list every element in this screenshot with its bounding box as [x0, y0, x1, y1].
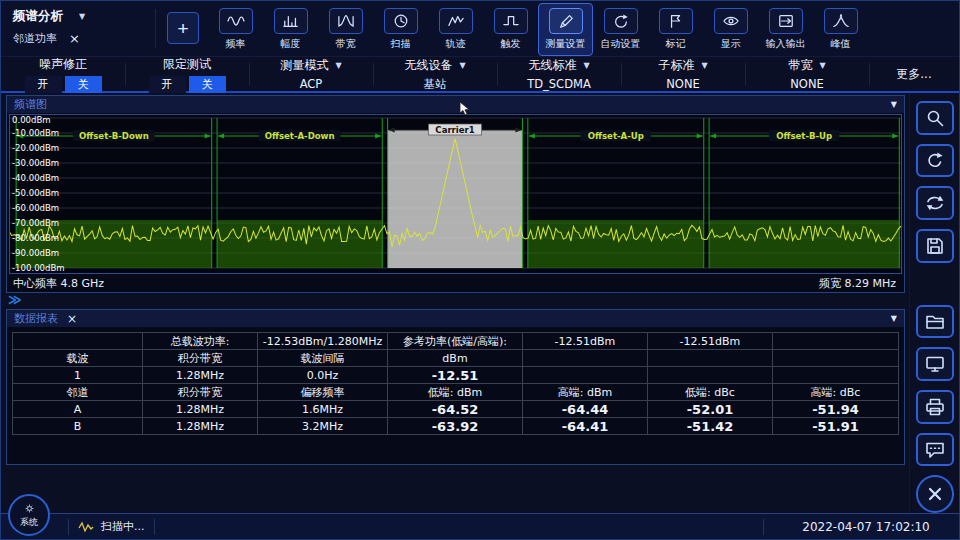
- center-frequency-label: 中心频率 4.8 GHz: [13, 276, 104, 291]
- add-tab-button[interactable]: +: [167, 12, 199, 44]
- redo-icon: [924, 151, 946, 171]
- chevron-down-icon: ▼: [583, 61, 589, 70]
- tab-close-icon[interactable]: ×: [69, 32, 80, 45]
- report-collapse-icon[interactable]: ▼: [891, 314, 897, 323]
- trigger-icon: [501, 13, 521, 29]
- noise-correction-on-button[interactable]: 开: [25, 76, 62, 93]
- report-cell: -12.51: [387, 367, 522, 384]
- panel-expander[interactable]: ≫: [6, 293, 905, 309]
- folder-icon: [924, 312, 946, 332]
- amplitude-icon-box: [274, 8, 308, 34]
- setting-label: 限定测试: [163, 56, 211, 73]
- toolbar-button-display[interactable]: 显示: [703, 3, 758, 56]
- toolbar-button-label: 峰值: [831, 37, 851, 51]
- report-cell: [522, 350, 647, 367]
- setting-bandwidth[interactable]: 带宽▼NONE: [745, 57, 869, 91]
- system-button[interactable]: 系统: [8, 494, 50, 536]
- redo-button[interactable]: [916, 144, 954, 178]
- marker-icon: [666, 13, 686, 29]
- app-window: 频谱分析 ▼ 邻道功率 × + 频率幅度带宽扫描轨迹触发测量设置自动设置标记显示…: [0, 0, 960, 540]
- setting-limit-test: 限定测试 开 关: [125, 57, 249, 91]
- report-cell: A: [13, 401, 143, 418]
- divider: [763, 519, 764, 535]
- print-icon: [924, 397, 946, 417]
- limit-test-off-button[interactable]: 关: [189, 76, 226, 93]
- measure-settings-icon-box: [549, 8, 583, 34]
- save-icon: [924, 236, 946, 256]
- peak-icon-box: [824, 8, 858, 34]
- report-cell: [772, 367, 898, 384]
- print-button[interactable]: [916, 390, 954, 424]
- setting-wireless-standard[interactable]: 无线标准▼TD_SCDMA: [497, 57, 621, 91]
- report-cell: -64.52: [387, 401, 522, 418]
- spectrum-panel: 频谱图 ▼ Offset-B-DownOffset-A-DownCarrier1…: [6, 95, 905, 293]
- report-cell: 1.6MHz: [257, 401, 387, 418]
- frequency-icon-box: [219, 8, 253, 34]
- svg-text:Offset-B-Up: Offset-B-Up: [776, 131, 832, 141]
- display-icon: [721, 13, 741, 29]
- more-settings-button[interactable]: 更多...: [869, 57, 959, 91]
- setting-noise-correction: 噪声修正 开 关: [1, 57, 125, 91]
- limit-test-on-button[interactable]: 开: [149, 76, 186, 93]
- svg-text:-30.00dBm: -30.00dBm: [12, 158, 59, 168]
- report-cell: -51.94: [772, 401, 898, 418]
- toolbar-button-peak[interactable]: 峰值: [813, 3, 868, 56]
- setting-value: ACP: [300, 77, 323, 91]
- toolbar-button-measure-settings[interactable]: 测量设置: [538, 3, 593, 56]
- svg-text:-60.00dBm: -60.00dBm: [12, 203, 59, 213]
- magnifier-button[interactable]: [916, 101, 954, 135]
- measurement-tab[interactable]: 频谱分析 ▼ 邻道功率 ×: [3, 1, 153, 56]
- report-cell: 0.0Hz: [257, 367, 387, 384]
- toolbar-button-marker[interactable]: 标记: [648, 3, 703, 56]
- mode-dropdown-caret-icon[interactable]: ▼: [79, 12, 85, 21]
- svg-text:-90.00dBm: -90.00dBm: [12, 248, 59, 258]
- toolbar-button-frequency[interactable]: 频率: [208, 3, 263, 56]
- auto-settings-icon-box: [604, 8, 638, 34]
- spectrum-chart[interactable]: Offset-B-DownOffset-A-DownCarrier1Offset…: [9, 114, 902, 274]
- toolbar-button-io[interactable]: 输入输出: [758, 3, 813, 56]
- svg-text:Offset-A-Up: Offset-A-Up: [588, 131, 644, 141]
- sync-button[interactable]: [916, 186, 954, 220]
- message-button[interactable]: [916, 433, 954, 467]
- report-cell: -63.92: [387, 418, 522, 435]
- divider: [68, 519, 69, 535]
- report-cell: -12.51dBm: [522, 333, 647, 350]
- report-cell: -12.53dBm/1.280MHz: [257, 333, 387, 350]
- report-row: 邻道积分带宽偏移频率低端: dBm高端: dBm低端: dBc高端: dBc: [13, 384, 899, 401]
- screenshot-button[interactable]: [916, 347, 954, 381]
- report-cell: 1.28MHz: [143, 367, 258, 384]
- setting-measure-mode[interactable]: 测量模式▼ACP: [249, 57, 373, 91]
- report-cell: 低端: dBc: [647, 384, 772, 401]
- more-label: 更多...: [896, 66, 931, 83]
- status-bar: 系统 扫描中... 2022-04-07 17:02:10: [1, 513, 959, 539]
- gear-icon: [22, 502, 37, 515]
- report-panel-header: 数据报表 × ▼: [7, 310, 904, 327]
- trace-icon: [446, 13, 466, 29]
- close-button[interactable]: [916, 475, 954, 513]
- noise-correction-off-button[interactable]: 关: [65, 76, 102, 93]
- toolbar-button-label: 自动设置: [601, 37, 641, 51]
- toolbar-button-bandwidth[interactable]: 带宽: [318, 3, 373, 56]
- report-cell: 3.2MHz: [257, 418, 387, 435]
- auto-settings-icon: [611, 13, 631, 29]
- scan-status-text: 扫描中...: [101, 519, 145, 534]
- toolbar-button-trigger[interactable]: 触发: [483, 3, 538, 56]
- bandwidth-icon: [336, 13, 356, 29]
- setting-sub-standard[interactable]: 子标准▼NONE: [621, 57, 745, 91]
- toolbar-button-amplitude[interactable]: 幅度: [263, 3, 318, 56]
- toolbar-button-label: 幅度: [281, 37, 301, 51]
- toolbar-button-sweep[interactable]: 扫描: [373, 3, 428, 56]
- setting-value: TD_SCDMA: [527, 77, 591, 91]
- brand-logo-icon: [78, 521, 94, 533]
- toolbar-button-auto-settings[interactable]: 自动设置: [593, 3, 648, 56]
- toolbar-button-trace[interactable]: 轨迹: [428, 3, 483, 56]
- open-file-button[interactable]: [916, 305, 954, 339]
- spectrum-chart-area[interactable]: Offset-B-DownOffset-A-DownCarrier1Offset…: [7, 113, 904, 275]
- spectrum-collapse-icon[interactable]: ▼: [891, 100, 897, 109]
- report-cell: 低端: dBm: [387, 384, 522, 401]
- save-button[interactable]: [916, 229, 954, 263]
- setting-label: 无线标准: [528, 57, 576, 74]
- setting-wireless-device[interactable]: 无线设备▼基站: [373, 57, 497, 91]
- report-close-icon[interactable]: ×: [67, 313, 77, 325]
- frequency-icon: [226, 13, 246, 29]
